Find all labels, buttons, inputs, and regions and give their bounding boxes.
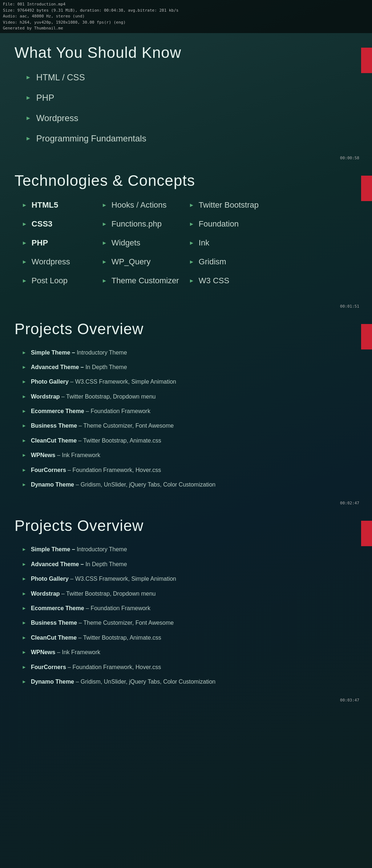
timestamp-4: 00:03:47 bbox=[340, 698, 359, 703]
tech-label: Twitter Bootstrap bbox=[199, 200, 259, 210]
project-simple-theme: ► Simple Theme – Introductory Theme bbox=[22, 349, 372, 357]
project-bold: Simple Theme – bbox=[31, 546, 75, 552]
project-bold: Photo Gallery bbox=[31, 379, 69, 385]
list-item-label: Wordpress bbox=[36, 113, 78, 123]
red-badge-3 bbox=[361, 324, 372, 349]
projects-list-2: ► Simple Theme – Introductory Theme ► Ad… bbox=[0, 545, 372, 686]
tech-post-loop: ► Post Loop bbox=[22, 276, 102, 285]
project-text: – Twitter Bootstrap, Dropdown menu bbox=[60, 393, 156, 400]
section1-list: ► HTML / CSS ► PHP ► Wordpress ► Program… bbox=[0, 72, 372, 144]
arrow-icon: ► bbox=[22, 364, 27, 371]
project-bold: FourCorners bbox=[31, 664, 66, 670]
arrow-icon-1: ► bbox=[25, 74, 31, 81]
tech-wordpress: ► Wordpress bbox=[22, 257, 102, 267]
project-bold: FourCorners bbox=[31, 467, 66, 473]
project-advanced-theme-2: ► Advanced Theme – In Depth Theme bbox=[22, 560, 372, 568]
arrow-icon: ► bbox=[22, 379, 27, 385]
project-text: – Foundation Framework, Hover.css bbox=[66, 664, 161, 670]
arrow-icon: ► bbox=[102, 221, 107, 227]
arrow-icon: ► bbox=[22, 576, 27, 582]
arrow-icon: ► bbox=[22, 635, 27, 641]
project-text: In Depth Theme bbox=[84, 364, 127, 370]
tech-w3css: ► W3 CSS bbox=[189, 276, 291, 285]
arrow-icon: ► bbox=[22, 408, 27, 415]
arrow-icon: ► bbox=[22, 349, 27, 356]
arrow-icon: ► bbox=[22, 437, 27, 444]
project-bold: CleanCut Theme bbox=[31, 635, 77, 641]
project-text: – Theme Customizer, Font Awesome bbox=[77, 423, 174, 429]
arrow-icon: ► bbox=[22, 605, 27, 612]
tech-label: Foundation bbox=[199, 219, 239, 229]
arrow-icon: ► bbox=[22, 561, 27, 568]
arrow-icon: ► bbox=[22, 481, 27, 488]
project-text: – Twitter Bootstrap, Animate.css bbox=[77, 635, 161, 641]
tech-label: CSS3 bbox=[32, 219, 52, 229]
arrow-icon: ► bbox=[22, 221, 27, 227]
tech-label: W3 CSS bbox=[199, 276, 229, 285]
project-cleancut: ► CleanCut Theme – Twitter Bootstrap, An… bbox=[22, 437, 372, 445]
project-bold: Advanced Theme – bbox=[31, 364, 84, 370]
project-bold: Business Theme bbox=[31, 620, 77, 626]
project-text: – Foundation Framework, Hover.css bbox=[66, 467, 161, 473]
project-wpnews: ► WPNews – Ink Framework bbox=[22, 451, 372, 459]
project-text: – Twitter Bootstrap, Dropdown menu bbox=[60, 591, 156, 597]
tech-gridism: ► Gridism bbox=[189, 257, 291, 267]
tech-foundation: ► Foundation bbox=[189, 219, 291, 229]
arrow-icon: ► bbox=[22, 452, 27, 459]
project-text: Introductory Theme bbox=[75, 546, 127, 552]
project-business: ► Business Theme – Theme Customizer, Fon… bbox=[22, 422, 372, 430]
project-photo-gallery: ► Photo Gallery – W3.CSS Framework, Simp… bbox=[22, 378, 372, 386]
project-text: – Ink Framework bbox=[55, 649, 100, 655]
arrow-icon: ► bbox=[189, 221, 194, 227]
section-projects-2: Projects Overview ► Simple Theme – Intro… bbox=[0, 506, 372, 703]
project-bold: Ecommerce Theme bbox=[31, 605, 84, 611]
project-text: – Gridism, UnSlider, jQuery Tabs, Color … bbox=[74, 481, 215, 488]
file-info-line5: Generated by Thumbnail.me bbox=[3, 25, 369, 32]
project-dynamo: ► Dynamo Theme – Gridism, UnSlider, jQue… bbox=[22, 481, 372, 489]
arrow-icon: ► bbox=[22, 591, 27, 597]
arrow-icon: ► bbox=[22, 277, 27, 284]
list-item-php: ► PHP bbox=[25, 93, 372, 103]
arrow-icon-3: ► bbox=[25, 115, 31, 121]
project-text: – Foundation Framework bbox=[84, 605, 150, 611]
tech-html5: ► HTML5 bbox=[22, 200, 102, 210]
file-info-line1: File: 001 Introduction.mp4 bbox=[3, 1, 369, 8]
arrow-icon: ► bbox=[22, 664, 27, 671]
tech-label: WP_Query bbox=[112, 257, 151, 267]
project-text: – W3.CSS Framework, Simple Animation bbox=[69, 576, 176, 582]
file-info-bar: File: 001 Introduction.mp4 Size: 9764492… bbox=[0, 0, 372, 33]
project-ecommerce: ► Ecommerce Theme – Foundation Framework bbox=[22, 407, 372, 415]
arrow-icon: ► bbox=[102, 202, 107, 208]
project-dynamo-2: ► Dynamo Theme – Gridism, UnSlider, jQue… bbox=[22, 678, 372, 686]
arrow-icon: ► bbox=[189, 259, 194, 265]
project-bold: Ecommerce Theme bbox=[31, 408, 84, 414]
red-badge-4 bbox=[361, 521, 372, 546]
tech-label: Functions.php bbox=[112, 219, 162, 229]
list-item-prog-fundamentals: ► Programming Fundamentals bbox=[25, 133, 372, 144]
project-fourcorners: ► FourCorners – Foundation Framework, Ho… bbox=[22, 466, 372, 474]
project-photo-gallery-2: ► Photo Gallery – W3.CSS Framework, Simp… bbox=[22, 575, 372, 583]
red-badge-2 bbox=[361, 176, 372, 201]
project-text: – Twitter Bootstrap, Animate.css bbox=[77, 437, 161, 444]
arrow-icon: ► bbox=[22, 649, 27, 656]
arrow-icon: ► bbox=[22, 259, 27, 265]
project-bold: Wordstrap bbox=[31, 393, 60, 400]
project-bold: Dynamo Theme bbox=[31, 481, 74, 488]
arrow-icon: ► bbox=[22, 679, 27, 685]
tech-grid: ► HTML5 ► Hooks / Actions ► Twitter Boot… bbox=[0, 200, 372, 295]
file-info-line4: Video: h264, yuv420p, 1920x1080, 30.00 f… bbox=[3, 20, 369, 26]
tech-twitter-bootstrap: ► Twitter Bootstrap bbox=[189, 200, 291, 210]
list-item-html-css: ► HTML / CSS bbox=[25, 72, 372, 83]
arrow-icon-2: ► bbox=[25, 95, 31, 101]
project-business-2: ► Business Theme – Theme Customizer, Fon… bbox=[22, 619, 372, 627]
project-cleancut-2: ► CleanCut Theme – Twitter Bootstrap, An… bbox=[22, 634, 372, 642]
section2-title: Technologies & Concepts bbox=[0, 172, 372, 189]
list-item-label: HTML / CSS bbox=[36, 72, 85, 83]
tech-widgets: ► Widgets bbox=[102, 238, 189, 248]
project-bold: Dynamo Theme bbox=[31, 679, 74, 685]
section-technologies: Technologies & Concepts ► HTML5 ► Hooks … bbox=[0, 161, 372, 309]
project-text: – W3.CSS Framework, Simple Animation bbox=[69, 379, 176, 385]
list-item-label: PHP bbox=[36, 93, 54, 103]
tech-wpquery: ► WP_Query bbox=[102, 257, 189, 267]
projects-list-1: ► Simple Theme – Introductory Theme ► Ad… bbox=[0, 349, 372, 489]
